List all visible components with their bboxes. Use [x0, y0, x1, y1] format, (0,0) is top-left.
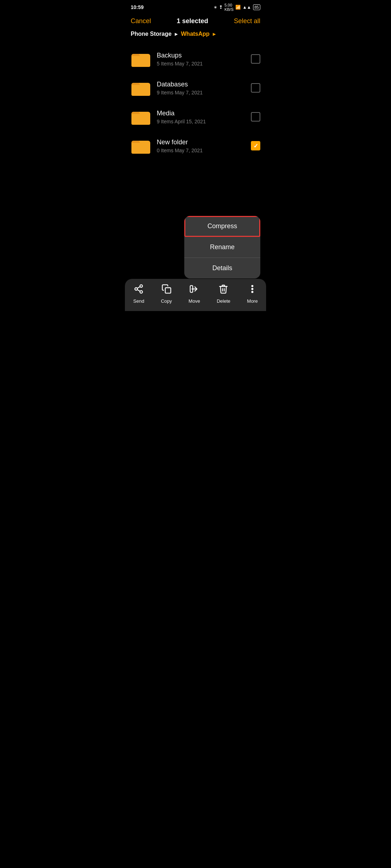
folder-meta: 0 Items May 7, 2021 — [157, 148, 251, 153]
move-label: Move — [189, 298, 200, 304]
header: Cancel 1 selected Select all — [125, 13, 266, 29]
svg-point-17 — [252, 291, 253, 293]
folder-info: New folder0 Items May 7, 2021 — [157, 139, 251, 153]
svg-point-16 — [252, 288, 253, 290]
copy-button[interactable]: Copy — [161, 284, 172, 304]
folder-name: New folder — [157, 139, 251, 146]
move-button[interactable]: Move — [189, 284, 200, 304]
signal-icon: ▲▲ — [243, 5, 251, 10]
copy-label: Copy — [161, 298, 172, 304]
breadcrumb: Phone Storage ► WhatsApp ► — [125, 29, 266, 43]
folder-icon — [131, 136, 151, 156]
folder-name: Media — [157, 110, 251, 117]
folder-icon — [131, 107, 151, 127]
folder-meta: 5 Items May 7, 2021 — [157, 61, 251, 67]
svg-rect-3 — [131, 85, 150, 96]
delete-icon — [218, 284, 228, 296]
wifi-icon: 📶 — [235, 5, 241, 10]
svg-line-11 — [137, 290, 140, 292]
folder-item-new-folder[interactable]: New folder0 Items May 7, 2021 — [125, 131, 266, 160]
breadcrumb-arrow-2: ► — [212, 31, 217, 37]
selected-count: 1 selected — [177, 17, 208, 25]
bluetooth-icon: ∗ — [214, 5, 217, 10]
copy-icon — [161, 284, 172, 296]
battery-indicator: 85 — [253, 4, 260, 10]
notification-icon: 5.00KB/S — [224, 3, 234, 12]
folder-item-media[interactable]: Media9 Items April 15, 2021 — [125, 102, 266, 131]
folder-checkbox[interactable] — [251, 112, 260, 122]
move-icon — [189, 284, 199, 296]
folder-item-backups[interactable]: Backups5 Items May 7, 2021 — [125, 44, 266, 73]
folder-list: Backups5 Items May 7, 2021 Databases9 It… — [125, 43, 266, 162]
context-menu-item-details[interactable]: Details — [184, 258, 260, 278]
svg-rect-14 — [190, 286, 193, 293]
bottom-bar: SendCopyMoveDeleteMore — [125, 279, 266, 311]
cancel-button[interactable]: Cancel — [131, 17, 151, 25]
status-icons: ∗ ❢ 5.00KB/S 📶 ▲▲ 85 — [214, 3, 260, 12]
share-icon — [134, 284, 144, 296]
folder-checkbox[interactable] — [251, 54, 260, 64]
folder-info: Backups5 Items May 7, 2021 — [157, 52, 251, 67]
svg-point-15 — [252, 285, 253, 287]
breadcrumb-whatsapp[interactable]: WhatsApp — [181, 31, 210, 37]
svg-line-12 — [137, 287, 140, 289]
context-menu-item-compress[interactable]: Compress — [184, 216, 260, 237]
folder-meta: 9 Items May 7, 2021 — [157, 90, 251, 95]
breadcrumb-arrow-1: ► — [174, 31, 179, 37]
svg-rect-1 — [131, 56, 150, 67]
status-bar: 10:59 ∗ ❢ 5.00KB/S 📶 ▲▲ 85 — [125, 0, 266, 13]
breadcrumb-phone-storage[interactable]: Phone Storage — [131, 31, 172, 37]
vibrate-icon: ❢ — [219, 5, 223, 10]
send-label: Send — [133, 298, 144, 304]
folder-name: Databases — [157, 81, 251, 88]
folder-meta: 9 Items April 15, 2021 — [157, 119, 251, 124]
folder-icon — [131, 78, 151, 98]
folder-info: Databases9 Items May 7, 2021 — [157, 81, 251, 95]
folder-checkbox[interactable] — [251, 141, 260, 150]
context-menu: CompressRenameDetails — [184, 216, 260, 278]
more-label: More — [247, 298, 258, 304]
svg-rect-7 — [131, 143, 150, 154]
folder-name: Backups — [157, 52, 251, 59]
folder-icon — [131, 49, 151, 69]
status-time: 10:59 — [131, 4, 144, 10]
delete-button[interactable]: Delete — [217, 284, 231, 304]
folder-checkbox[interactable] — [251, 83, 260, 93]
select-all-button[interactable]: Select all — [234, 17, 260, 25]
svg-rect-5 — [131, 114, 150, 125]
more-button[interactable]: More — [247, 284, 258, 304]
svg-rect-13 — [165, 288, 171, 293]
context-menu-item-rename[interactable]: Rename — [184, 237, 260, 258]
delete-label: Delete — [217, 298, 231, 304]
send-button[interactable]: Send — [133, 284, 144, 304]
more-icon — [247, 284, 257, 296]
folder-item-databases[interactable]: Databases9 Items May 7, 2021 — [125, 73, 266, 102]
folder-info: Media9 Items April 15, 2021 — [157, 110, 251, 124]
